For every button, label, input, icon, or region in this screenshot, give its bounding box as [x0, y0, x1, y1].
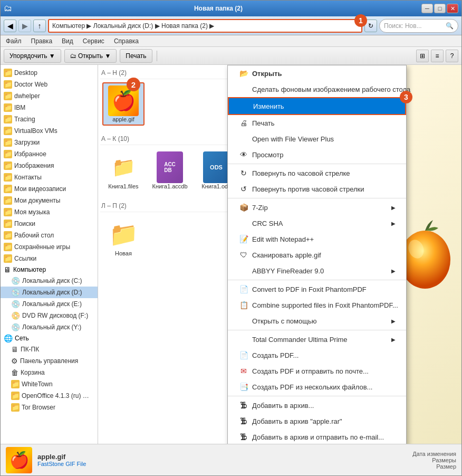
ctx-edit[interactable]: Изменить	[228, 97, 406, 115]
ctx-7zip[interactable]: 📦 7-Zip	[228, 199, 406, 215]
sidebar-torbrowser[interactable]: 📁 Tor Browser	[1, 402, 98, 413]
sidebar-item-videos[interactable]: 📁 Мои видеозаписи	[1, 183, 98, 195]
ctx-rotatecw-label: Повернуть по часовой стрелке	[252, 169, 396, 177]
ctx-sep-5	[228, 396, 406, 396]
menu-help[interactable]: Справка	[112, 36, 141, 46]
ctx-pdfmulti-label: Создать PDF из нескольких файлов...	[252, 383, 396, 391]
sidebar-item-favorites[interactable]: 📁 Избранное	[1, 148, 98, 160]
organize-button[interactable]: Упорядочить ▼	[4, 49, 61, 63]
ctx-scan-icon: 🛡	[238, 250, 249, 260]
menu-tools[interactable]: Сервис	[81, 36, 107, 46]
ctx-tc-ultima[interactable]: Total Commander Ultima Prime	[228, 331, 406, 347]
sidebar-label: Изображения	[14, 162, 54, 169]
status-filename: apple.gif	[37, 453, 407, 461]
view-grid-button[interactable]: ⊞	[416, 50, 429, 62]
sidebar-drive-y[interactable]: 💿 Локальный диск (Y:)	[1, 321, 98, 333]
menu-file[interactable]: Файл	[4, 36, 24, 46]
folder-icon: 📁	[4, 69, 12, 77]
sidebar-drive-c[interactable]: 💿 Локальный диск (C:)	[1, 275, 98, 287]
sidebar-item-contacts[interactable]: 📁 Контакты	[1, 172, 98, 183]
sidebar-item-music[interactable]: 📁 Моя музыка	[1, 206, 98, 218]
ctx-file-viewer[interactable]: Open with File Viewer Plus	[228, 131, 406, 147]
sidebar-drive-f[interactable]: 📀 DVD RW дисковод (F:)	[1, 310, 98, 321]
sidebar-item-tracing[interactable]: 📁 Tracing	[1, 113, 98, 125]
file-item-kniga1-accdb[interactable]: ACCDB Книга1.accdb	[149, 148, 191, 193]
open-button[interactable]: 🗂 Открыть ▼	[64, 49, 117, 63]
context-menu-inner: 📂 Открыть Сделать фоновым изображением р…	[228, 65, 406, 444]
toolbar: Упорядочить ▼ 🗂 Открыть ▼ Печать ⊞ ≡ ?	[1, 47, 461, 65]
sidebar-item-links[interactable]: 📁 Ссылки	[1, 253, 98, 264]
drive-label: Локальный диск (Y:)	[22, 323, 81, 331]
sidebar-item-documents[interactable]: 📁 Мои документы	[1, 195, 98, 206]
sidebar-computer[interactable]: 🖥 Компьютер	[1, 264, 98, 275]
file-icon: 📁	[108, 151, 139, 183]
address-bar: ◀ ▶ ↑ Компьютер ▶ Локальный диск (D:) ▶ …	[1, 16, 461, 35]
sidebar-recycle[interactable]: 🗑 Корзина	[1, 367, 98, 378]
minimize-button[interactable]: ─	[421, 4, 433, 13]
ctx-create-pdf[interactable]: 📄 Создать PDF...	[228, 347, 406, 363]
search-box[interactable]: Поиск: Нов... 🔍	[379, 19, 458, 33]
print-button[interactable]: Печать	[120, 49, 152, 63]
close-button[interactable]: ✕	[447, 4, 458, 13]
sidebar-item-vbox[interactable]: 📁 VirtualBox VMs	[1, 125, 98, 137]
network-item-label: ПК-ПК	[21, 346, 39, 353]
ctx-print-icon: 🖨	[238, 118, 249, 128]
ctx-set-wallpaper[interactable]: Сделать фоновым изображением рабочего ст…	[228, 81, 406, 97]
sidebar-drive-d[interactable]: 💿 Локальный диск (D:)	[1, 287, 98, 298]
ctx-createpdf-icon: 📄	[238, 350, 249, 360]
ctx-create-pdf-multi[interactable]: 📑 Создать PDF из нескольких файлов...	[228, 379, 406, 395]
ctx-pdfmail-icon: ✉	[238, 366, 249, 376]
ctx-rotate-cw[interactable]: ↻ Повернуть по часовой стрелке	[228, 165, 406, 181]
sidebar-item-downloads[interactable]: 📁 Загрузки	[1, 137, 98, 148]
file-item-novaya[interactable]: 📁 Новая	[102, 215, 145, 260]
ctx-add-rar[interactable]: 🗜 Добавить в архив "apple.rar"	[228, 413, 406, 429]
breadcrumb[interactable]: Компьютер ▶ Локальный диск (D:) ▶ Новая …	[48, 19, 362, 33]
up-button[interactable]: ↑	[33, 20, 46, 32]
sidebar-item-images[interactable]: 📁 Изображения	[1, 160, 98, 172]
maximize-button[interactable]: □	[434, 4, 446, 13]
ctx-scan[interactable]: 🛡 Сканировать apple.gif	[228, 247, 406, 263]
sidebar-whitetown[interactable]: 📁 WhiteTown	[1, 378, 98, 390]
ctx-crc-sha[interactable]: CRC SHA	[228, 215, 406, 231]
sidebar-control-panel[interactable]: ⚙ Панель управления	[1, 355, 98, 367]
sidebar-openoffice[interactable]: 📁 OpenOffice 4.1.3 (ru) Installa...	[1, 390, 98, 402]
ctx-create-pdf-mail[interactable]: ✉ Создать PDF и отправить по почте...	[228, 363, 406, 379]
ctx-open-with[interactable]: Открыть с помощью	[228, 313, 406, 329]
file-item-kniga1-files[interactable]: 📁 Книга1.files	[102, 148, 145, 193]
sidebar-item-desktop2[interactable]: 📁 Рабочий стол	[1, 230, 98, 241]
ctx-preview[interactable]: 👁 Просмотр	[228, 147, 406, 163]
ctx-combine-foxit[interactable]: 📋 Combine supported files in Foxit Phant…	[228, 297, 406, 313]
back-button[interactable]: ◀	[4, 20, 16, 32]
folder-icon: 📁	[4, 92, 12, 100]
sidebar-item-dwhelper[interactable]: 📁 dwhelper	[1, 90, 98, 102]
ctx-add-mail[interactable]: 🗜 Добавить в архив и отправить по e-mail…	[228, 429, 406, 444]
ctx-convert-foxit[interactable]: 📄 Convert to PDF in Foxit PhantomPDF	[228, 281, 406, 297]
file-item-label: apple.gif	[112, 116, 134, 122]
ctx-rotatecw-icon: ↻	[238, 168, 249, 178]
sidebar-drive-e[interactable]: 💿 Локальный диск (E:)	[1, 298, 98, 310]
menu-edit[interactable]: Правка	[29, 36, 55, 46]
ctx-rotate-ccw[interactable]: ↺ Повернуть против часовой стрелки	[228, 181, 406, 197]
ctx-open[interactable]: 📂 Открыть	[228, 65, 406, 81]
context-menu: 📂 Открыть Сделать фоновым изображением р…	[227, 65, 407, 444]
sidebar-network[interactable]: 🌐 Сеть	[1, 333, 98, 344]
sidebar-pc[interactable]: 🖥 ПК-ПК	[1, 344, 98, 355]
ctx-abbyy[interactable]: ABBYY FineReader 9.0	[228, 263, 406, 279]
sidebar-item-ibm[interactable]: 📁 IBM	[1, 102, 98, 113]
search-icon[interactable]: 🔍	[446, 22, 454, 30]
sidebar-item-savedgames[interactable]: 📁 Сохранённые игры	[1, 241, 98, 253]
ctx-open-label: Открыть	[252, 70, 396, 78]
menu-view[interactable]: Вид	[60, 36, 75, 46]
help-button[interactable]: ?	[446, 50, 458, 62]
menu-bar: Файл Правка Вид Сервис Справка	[1, 35, 461, 47]
view-list-button[interactable]: ≡	[431, 50, 444, 62]
sidebar-item-searches[interactable]: 📁 Поиски	[1, 218, 98, 230]
sidebar-item-doctorweb[interactable]: 📁 Doctor Web	[1, 79, 98, 90]
ctx-edit-notepad[interactable]: 📝 Edit with Notepad++	[228, 231, 406, 247]
folder-icon: 📁	[4, 185, 12, 193]
sidebar-item-desktop[interactable]: 📁 Desktop	[1, 67, 98, 79]
forward-button[interactable]: ▶	[18, 20, 31, 32]
ctx-print[interactable]: 🖨 Печать	[228, 115, 406, 131]
status-size-label: Размеры	[432, 457, 456, 463]
ctx-add-archive[interactable]: 🗜 Добавить в архив...	[228, 397, 406, 413]
